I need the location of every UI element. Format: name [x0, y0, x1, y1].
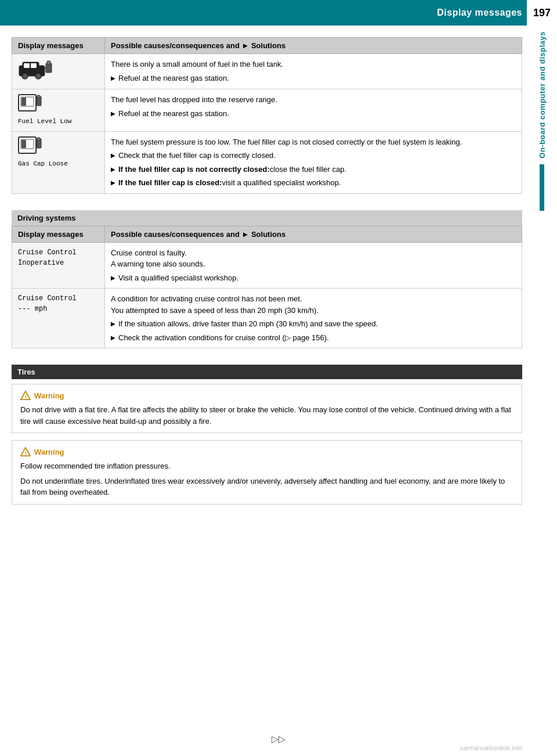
gas-cap-loose-label: Gas Cap Loose: [18, 159, 68, 169]
fuel-col2-header: Possible causes/consequences and ► Solut…: [105, 38, 522, 54]
svg-rect-12: [21, 98, 26, 106]
side-tab-bar: [540, 164, 544, 211]
warning-text2-line1: Follow recommended tire inflation pressu…: [20, 460, 513, 472]
svg-point-4: [22, 73, 28, 79]
svg-text:!: !: [25, 450, 27, 456]
footer-logo: carmanualsonline.info: [460, 744, 522, 751]
svg-rect-2: [24, 63, 30, 68]
warning-triangle-icon-2: !: [20, 447, 31, 457]
warning-text-1: Do not drive with a flat tire. A flat ti…: [20, 404, 513, 427]
table-row: Gas Cap Loose The fuel system pressure i…: [12, 131, 522, 193]
table-row: Cruise Control--- mph A condition for ac…: [12, 289, 522, 348]
cruise-mph-text: A condition for activating cruise contro…: [105, 289, 522, 348]
fuel-table: Display messages Possible causes/consequ…: [12, 37, 522, 194]
svg-rect-3: [31, 63, 37, 68]
fuel-row3-icon-cell: Gas Cap Loose: [12, 131, 105, 193]
footer-symbol: ▷▷: [272, 733, 285, 744]
gas-cap-icon: [18, 136, 44, 157]
footer: ▷▷: [272, 733, 285, 744]
fuel-row3-text: The fuel system pressure is too low. The…: [105, 131, 522, 193]
tires-section: Tires ! Warning Do not drive with a flat…: [12, 365, 522, 505]
driving-col1-header: Display messages: [12, 226, 105, 242]
main-content: Display messages Possible causes/consequ…: [12, 26, 522, 505]
warning-triangle-icon-1: !: [20, 390, 31, 401]
fuel-car-icon: [18, 59, 53, 81]
svg-rect-18: [21, 140, 26, 148]
svg-rect-7: [47, 61, 50, 64]
driving-table: Display messages Possible causes/consequ…: [12, 226, 522, 349]
fuel-row2-text: The fuel level has dropped into the rese…: [105, 89, 522, 132]
header-bar: Display messages: [0, 0, 557, 26]
svg-rect-14: [37, 95, 40, 98]
tires-header: Tires: [12, 365, 522, 379]
table-row: Fuel Level Low The fuel level has droppe…: [12, 89, 522, 132]
warning-label-1: Warning: [34, 391, 64, 400]
cruise-inoperative-text: Cruise control is faulty. A warning tone…: [105, 242, 522, 289]
warning-header-1: ! Warning: [20, 390, 513, 401]
driving-col2-header: Possible causes/consequences and ► Solut…: [105, 226, 522, 242]
table-row: Cruise ControlInoperative Cruise control…: [12, 242, 522, 289]
side-tab: On-board computer and displays: [527, 26, 557, 211]
driving-section: Driving systems Display messages Possibl…: [12, 210, 522, 349]
warning-box-1: ! Warning Do not drive with a flat tire.…: [12, 384, 522, 433]
fuel-gauge-icon: [18, 94, 44, 115]
driving-section-header: Driving systems: [12, 210, 522, 226]
svg-rect-20: [37, 138, 40, 141]
fuel-row1-icon-cell: [12, 54, 105, 89]
cruise-inoperative-cell: Cruise ControlInoperative: [12, 242, 105, 289]
fuel-row2-icon-cell: Fuel Level Low: [12, 89, 105, 132]
cruise-mph-cell: Cruise Control--- mph: [12, 289, 105, 348]
side-tab-label: On-board computer and displays: [538, 31, 547, 159]
svg-text:!: !: [25, 394, 27, 399]
warning-text2-line2: Do not underinflate tires. Underinflated…: [20, 476, 513, 498]
table-row: There is only a small amount of fuel in …: [12, 54, 522, 89]
svg-point-5: [35, 73, 41, 79]
warning-header-2: ! Warning: [20, 447, 513, 457]
fuel-col1-header: Display messages: [12, 38, 105, 54]
fuel-row1-text: There is only a small amount of fuel in …: [105, 54, 522, 89]
page-number: 197: [527, 0, 557, 26]
warning-label-2: Warning: [34, 448, 64, 456]
header-title: Display messages: [437, 8, 522, 18]
warning-box-2: ! Warning Follow recommended tire inflat…: [12, 440, 522, 505]
fuel-level-low-label: Fuel Level Low: [18, 117, 71, 127]
